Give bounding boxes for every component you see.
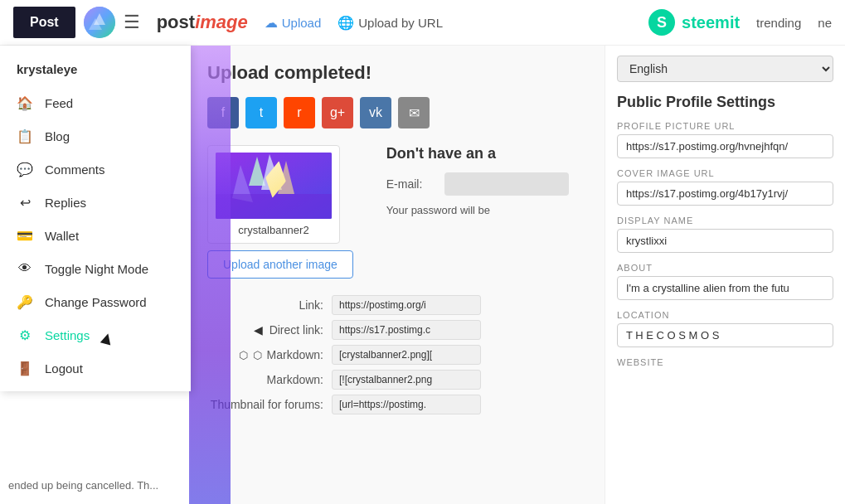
upload-url-label: Upload by URL <box>358 16 443 30</box>
thumbnail-row: Thumbnail for forums: [url=https://posti… <box>207 395 588 414</box>
about-value[interactable]: I'm a crystalline alien from the futu <box>617 276 833 300</box>
sidebar-item-feed[interactable]: 🏠 Feed <box>0 86 191 119</box>
link-value: https://postimg.org/i <box>332 295 481 315</box>
background-text: ended up being cancelled. Th... <box>0 479 845 492</box>
image-preview <box>216 153 332 219</box>
postimage-logo: postimage <box>157 12 248 33</box>
trending-link[interactable]: trending <box>756 16 801 30</box>
settings-label: Settings <box>45 328 90 342</box>
markdown-row-1: ⬡ ⬡ Markdown: [crystalbanner2.png][ <box>207 345 588 365</box>
bg-purple-strip <box>189 46 231 504</box>
display-name-value[interactable]: krystlixxi <box>617 229 833 253</box>
steemit-header: S steemit trending ne <box>648 9 832 36</box>
postimage-main: Upload completed! f t r g+ vk ✉ <box>191 46 605 504</box>
twitter-icon: t <box>260 105 263 120</box>
replies-label: Replies <box>45 196 86 210</box>
upload-button-header[interactable]: ☁ Upload <box>265 15 322 31</box>
logo-image-part: image <box>195 12 248 33</box>
about-label: ABOUT <box>617 263 833 273</box>
upload-completed-title: Upload completed! <box>207 62 588 84</box>
upload-label: Upload <box>282 16 322 30</box>
direct-link-value: https://s17.postimg.c <box>332 320 481 340</box>
location-label: LOCATION <box>617 310 833 320</box>
steemit-panel: ▲ English Public Profile Settings PROFIL… <box>605 46 845 504</box>
logout-icon: 🚪 <box>17 360 33 376</box>
feed-label: Feed <box>45 96 73 110</box>
dropdown-username: krystaleye <box>0 56 191 86</box>
location-value[interactable]: T H E C O S M O S <box>617 323 833 347</box>
logo-post-part: post <box>157 12 195 33</box>
post-button[interactable]: Post <box>13 7 75 38</box>
toggle-night-label: Toggle Night Mode <box>45 262 148 276</box>
cover-image-value[interactable]: https://s17.postimg.org/4b17y1rvj/ <box>617 182 833 206</box>
markdown-value-2: [![crystalbanner2.png <box>332 370 481 390</box>
comments-label: Comments <box>45 162 105 177</box>
settings-icon: ⚙ <box>17 327 33 343</box>
share-googleplus-button[interactable]: g+ <box>322 97 353 128</box>
upload-result-area: crystalbanner2 Upload another image Don'… <box>207 145 588 279</box>
email-row: E-mail: <box>386 172 588 196</box>
markdown-icon-1: ⬡ <box>253 349 262 361</box>
profile-picture-value[interactable]: https://s17.postimg.org/hvnejhfqn/ <box>617 134 833 158</box>
vk-icon: vk <box>369 105 382 120</box>
sidebar-item-wallet[interactable]: 💳 Wallet <box>0 219 191 252</box>
share-buttons: f t r g+ vk ✉ <box>207 97 588 128</box>
image-name: crystalbanner2 <box>215 224 333 236</box>
share-twitter-button[interactable]: t <box>245 97 277 128</box>
display-name-label: DISPLAY NAME <box>617 216 833 225</box>
sidebar-item-logout[interactable]: 🚪 Logout <box>0 351 191 385</box>
password-text: Your password will be <box>386 204 490 216</box>
sidebar-item-comments[interactable]: 💬 Comments <box>0 153 191 186</box>
globe-icon: 🌐 <box>338 15 354 31</box>
sidebar-item-toggle-night[interactable]: 👁 Toggle Night Mode <box>0 252 191 285</box>
change-password-label: Change Password <box>45 295 147 309</box>
hamburger-icon[interactable]: ☰ <box>124 12 140 33</box>
share-vk-button[interactable]: vk <box>360 97 391 128</box>
dont-have-title: Don't have an a <box>386 145 588 162</box>
replies-icon: ↩ <box>17 194 33 211</box>
wallet-icon: 💳 <box>17 227 33 244</box>
steemit-name: steemit <box>682 13 740 32</box>
eye-icon: 👁 <box>17 260 33 277</box>
sidebar-item-blog[interactable]: 📋 Blog <box>0 119 191 153</box>
steemit-circle-icon: S <box>648 9 675 36</box>
dropdown-menu: krystaleye 🏠 Feed 📋 Blog 💬 Comments ↩ Re… <box>0 46 191 391</box>
upload-url-button[interactable]: 🌐 Upload by URL <box>338 15 443 31</box>
password-row: Your password will be <box>386 204 588 216</box>
email-label: E-mail: <box>386 177 436 191</box>
key-icon: 🔑 <box>17 293 33 310</box>
sidebar-item-change-password[interactable]: 🔑 Change Password <box>0 285 191 318</box>
home-icon: 🏠 <box>17 94 33 111</box>
github-icon: ⬡ <box>239 349 248 361</box>
blog-icon: 📋 <box>17 128 33 144</box>
header: Post ☰ postimage ☁ Upload 🌐 Upload by UR… <box>0 0 845 46</box>
comments-icon: 💬 <box>17 161 33 177</box>
reddit-icon: r <box>297 105 301 120</box>
wallet-label: Wallet <box>45 229 79 243</box>
sidebar-item-replies[interactable]: ↩ Replies <box>0 186 191 219</box>
language-select[interactable]: English <box>617 56 833 82</box>
steemit-logo: S steemit <box>648 9 740 36</box>
website-label: WEBSITE <box>617 357 833 367</box>
ne-text: ne <box>818 16 832 30</box>
share-reddit-button[interactable]: r <box>284 97 315 128</box>
email-input-blurred <box>444 172 569 196</box>
main-content: krystaleye 🏠 Feed 📋 Blog 💬 Comments ↩ Re… <box>0 46 845 504</box>
profile-picture-label: PROFILE PICTURE URL <box>617 121 833 131</box>
avatar <box>84 7 115 38</box>
blog-label: Blog <box>45 129 70 143</box>
logout-label: Logout <box>45 361 83 376</box>
markdown-row-2: Markdown: [![crystalbanner2.png <box>207 370 588 390</box>
dont-have-section: Don't have an a E-mail: Your password wi… <box>370 145 588 279</box>
share-email-button[interactable]: ✉ <box>398 97 430 128</box>
cover-image-label: COVER IMAGE URL <box>617 168 833 178</box>
direct-link-row: ◀ Direct link: https://s17.postimg.c <box>207 320 588 340</box>
markdown-value-1: [crystalbanner2.png][ <box>332 345 481 365</box>
svg-rect-8 <box>216 194 332 219</box>
googleplus-icon: g+ <box>330 105 345 120</box>
upload-cloud-icon: ☁ <box>265 15 278 31</box>
link-row: Link: https://postimg.org/i <box>207 295 588 315</box>
links-table: Link: https://postimg.org/i ◀ Direct lin… <box>207 295 588 414</box>
arrow-icon: ◀ <box>254 323 263 337</box>
email-icon: ✉ <box>409 105 420 121</box>
